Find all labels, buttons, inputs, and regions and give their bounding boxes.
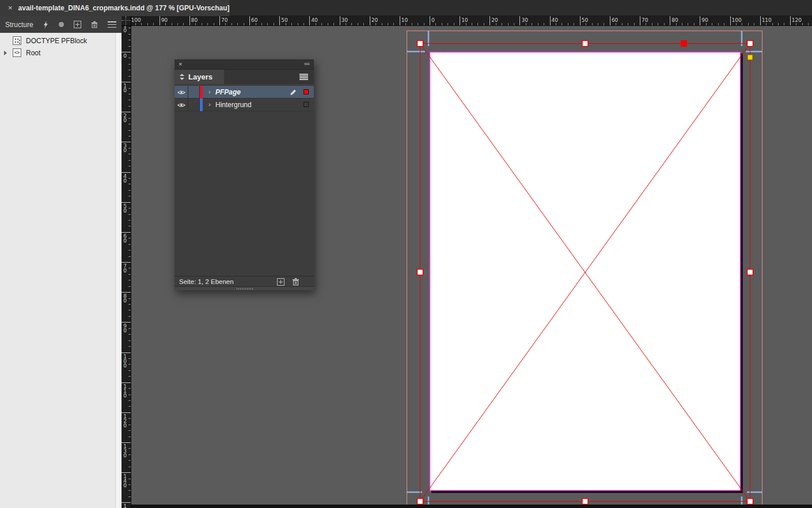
validate-lightning-icon[interactable] bbox=[43, 21, 49, 29]
tab-close-icon[interactable]: × bbox=[8, 0, 13, 16]
vertical-ruler[interactable]: 1 001 02 03 04 05 06 07 08 09 01 0 01 1 … bbox=[122, 26, 131, 508]
layers-panel-titlebar[interactable]: × «« bbox=[174, 59, 314, 70]
visibility-eye-icon[interactable] bbox=[174, 98, 188, 111]
ruler-tick bbox=[128, 298, 131, 299]
page[interactable] bbox=[430, 52, 741, 491]
panel-resize-grip[interactable] bbox=[174, 286, 314, 290]
handle-solid-red[interactable] bbox=[681, 40, 687, 47]
layer-name[interactable]: Hintergrund bbox=[215, 101, 252, 109]
ruler-label: 110 bbox=[762, 17, 772, 23]
ruler-tick-major bbox=[340, 16, 340, 26]
ruler-tick bbox=[128, 70, 131, 70]
layer-row-hintergrund[interactable]: › Hintergrund bbox=[174, 98, 314, 111]
ruler-tick-major bbox=[610, 16, 610, 26]
ruler-tick bbox=[748, 23, 749, 25]
ruler-tick bbox=[207, 23, 208, 25]
ruler-tick bbox=[128, 136, 131, 137]
handle-middle-right[interactable] bbox=[748, 270, 753, 275]
ruler-tick-major bbox=[122, 382, 131, 383]
record-circle-icon[interactable] bbox=[59, 22, 64, 27]
ruler-tick bbox=[736, 23, 737, 25]
ruler-tick bbox=[128, 280, 131, 280]
ruler-tick bbox=[303, 23, 304, 25]
structure-panel: Structure DOCTYPE PFBlock <> Root bbox=[0, 16, 122, 508]
ruler-tick bbox=[261, 23, 262, 25]
lock-cell[interactable] bbox=[188, 86, 200, 98]
expand-arrow-icon[interactable] bbox=[4, 51, 7, 55]
panel-close-icon[interactable]: × bbox=[179, 60, 182, 67]
ruler-tick bbox=[477, 23, 478, 25]
structure-panel-header: Structure bbox=[0, 16, 122, 33]
page-shadow-right bbox=[741, 54, 743, 493]
ruler-tick bbox=[484, 23, 484, 25]
layer-disclosure-icon[interactable]: › bbox=[208, 88, 211, 95]
handle-bottom-left[interactable] bbox=[418, 499, 423, 505]
ruler-tick bbox=[514, 23, 514, 25]
ruler-tick bbox=[382, 23, 382, 25]
ruler-tick bbox=[328, 23, 328, 25]
ruler-tick bbox=[472, 23, 472, 25]
tab-layers[interactable]: Layers bbox=[174, 70, 224, 84]
visibility-eye-icon[interactable] bbox=[174, 86, 188, 98]
ruler-tick bbox=[128, 190, 131, 191]
corner-options-yellow-handle[interactable] bbox=[748, 55, 753, 60]
viewport-bottom-strip bbox=[131, 505, 812, 508]
selection-proxy-filled[interactable] bbox=[303, 89, 309, 94]
ruler-tick bbox=[128, 310, 131, 310]
selection-proxy-outline[interactable] bbox=[303, 102, 309, 107]
ruler-tick bbox=[172, 23, 172, 25]
ruler-tick bbox=[694, 23, 695, 25]
ruler-origin-box[interactable] bbox=[122, 16, 131, 26]
layer-name[interactable]: PFPage bbox=[215, 88, 241, 96]
new-layer-icon[interactable] bbox=[277, 278, 284, 286]
handle-middle-left[interactable] bbox=[418, 270, 423, 275]
ruler-label: 50 bbox=[281, 17, 287, 23]
panel-collapse-icon[interactable]: «« bbox=[304, 60, 309, 67]
ruler-tick bbox=[128, 467, 131, 467]
structure-item-root[interactable]: <> Root bbox=[0, 47, 115, 59]
ruler-tick bbox=[214, 23, 214, 25]
ruler-tick bbox=[128, 28, 131, 28]
document-tab[interactable]: × avail-template_DINA6_cropmarks.indd @ … bbox=[0, 0, 230, 16]
layers-panel[interactable]: × «« Layers › PFPage bbox=[174, 59, 314, 290]
horizontal-ruler[interactable]: 1009080706050403020100102030405060708090… bbox=[131, 16, 812, 26]
ruler-tick bbox=[153, 23, 154, 25]
trash-icon[interactable] bbox=[91, 21, 98, 28]
lock-cell[interactable] bbox=[188, 98, 200, 111]
ruler-tick-major bbox=[122, 472, 131, 473]
layers-status-text: Seite: 1, 2 Ebenen bbox=[179, 278, 234, 285]
handle-bottom-right[interactable] bbox=[748, 499, 753, 505]
ruler-tick bbox=[508, 23, 509, 25]
ruler-tick bbox=[556, 23, 556, 25]
handle-top-left[interactable] bbox=[418, 41, 423, 47]
ruler-tick bbox=[128, 196, 131, 196]
handle-top-right[interactable] bbox=[748, 41, 753, 47]
ruler-tick bbox=[128, 496, 131, 497]
ruler-tick bbox=[195, 23, 196, 25]
ruler-tick bbox=[646, 23, 646, 25]
ruler-tick bbox=[128, 490, 131, 491]
layers-menu-icon[interactable] bbox=[299, 74, 308, 80]
ruler-label: 1 5 0 bbox=[122, 504, 128, 508]
ruler-tick-major bbox=[640, 16, 640, 26]
handle-bottom-center[interactable] bbox=[582, 499, 588, 505]
ruler-tick bbox=[128, 424, 131, 425]
layer-disclosure-icon[interactable]: › bbox=[208, 101, 211, 108]
ruler-tick bbox=[128, 34, 131, 35]
structure-item-label: DOCTYPE PFBlock bbox=[26, 37, 87, 45]
ruler-tick-major bbox=[460, 16, 460, 26]
ruler-tick bbox=[538, 23, 538, 25]
ruler-label: 40 bbox=[552, 17, 558, 23]
ruler-tick bbox=[466, 23, 466, 25]
structure-menu-icon[interactable] bbox=[108, 21, 116, 28]
layer-row-pfpage[interactable]: › PFPage bbox=[174, 86, 314, 98]
ruler-label: 1 2 0 bbox=[122, 414, 128, 428]
structure-scrollbar[interactable] bbox=[115, 33, 122, 508]
ruler-tick-major bbox=[670, 16, 670, 26]
add-element-icon[interactable] bbox=[74, 21, 81, 28]
structure-item-doctype[interactable]: DOCTYPE PFBlock bbox=[0, 35, 115, 47]
ruler-tick bbox=[128, 479, 131, 479]
ruler-tick bbox=[375, 23, 376, 25]
ruler-tick bbox=[128, 250, 131, 251]
handle-top-center[interactable] bbox=[582, 41, 588, 47]
